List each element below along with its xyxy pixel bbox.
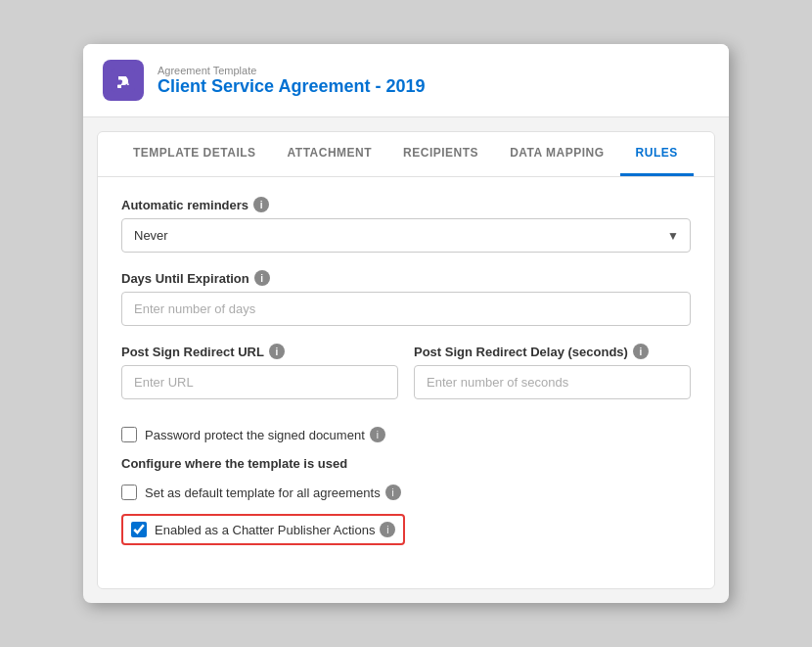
tab-rules[interactable]: RULES	[620, 132, 694, 176]
password-protect-label: Password protect the signed document i	[145, 427, 385, 442]
post-sign-delay-field: Post Sign Redirect Delay (seconds) i	[414, 344, 691, 399]
app-header: Agreement Template Client Service Agreem…	[83, 44, 729, 117]
app-window: Agreement Template Client Service Agreem…	[83, 44, 729, 603]
automatic-reminders-info-icon[interactable]: i	[253, 197, 269, 212]
password-protect-info-icon[interactable]: i	[370, 427, 385, 442]
days-expiration-info-icon[interactable]: i	[254, 270, 270, 286]
days-expiration-label: Days Until Expiration i	[121, 270, 691, 286]
password-protect-checkbox[interactable]	[121, 427, 137, 442]
post-sign-delay-input[interactable]	[414, 365, 691, 399]
post-sign-url-label: Post Sign Redirect URL i	[121, 344, 398, 359]
set-default-info-icon[interactable]: i	[385, 485, 401, 500]
post-sign-row: Post Sign Redirect URL i Post Sign Redir…	[121, 344, 691, 417]
days-expiration-field: Days Until Expiration i	[121, 270, 691, 326]
tab-bar: TEMPLATE DETAILS ATTACHMENT RECIPIENTS D…	[98, 132, 714, 177]
tab-recipients[interactable]: RECIPIENTS	[387, 132, 494, 176]
days-expiration-input[interactable]	[121, 292, 691, 326]
tab-data-mapping[interactable]: DATA MAPPING	[494, 132, 619, 176]
automatic-reminders-label: Automatic reminders i	[121, 197, 691, 212]
post-sign-delay-label: Post Sign Redirect Delay (seconds) i	[414, 344, 691, 359]
set-default-checkbox[interactable]	[121, 485, 137, 500]
app-subtitle: Agreement Template	[158, 65, 425, 76]
configure-section-title: Configure where the template is used	[121, 456, 691, 471]
automatic-reminders-select-wrapper: Never Daily Weekly ▼	[121, 218, 691, 253]
post-sign-url-field: Post Sign Redirect URL i	[121, 344, 398, 399]
chatter-publisher-highlighted-wrapper: Enabled as a Chatter Publisher Actions i	[121, 514, 691, 545]
automatic-reminders-field: Automatic reminders i Never Daily Weekly…	[121, 197, 691, 253]
tab-content: Automatic reminders i Never Daily Weekly…	[98, 177, 714, 565]
record-title: Client Service Agreement - 2019	[158, 76, 425, 97]
tab-template-details[interactable]: TEMPLATE DETAILS	[117, 132, 272, 176]
post-sign-url-input[interactable]	[121, 365, 398, 399]
chatter-publisher-checkbox[interactable]	[131, 522, 147, 537]
chatter-publisher-row: Enabled as a Chatter Publisher Actions i	[121, 514, 405, 545]
set-default-row: Set as default template for all agreemen…	[121, 485, 691, 500]
password-protect-row: Password protect the signed document i	[121, 427, 691, 442]
set-default-label: Set as default template for all agreemen…	[145, 485, 401, 500]
automatic-reminders-select[interactable]: Never Daily Weekly	[121, 218, 691, 253]
post-sign-url-info-icon[interactable]: i	[269, 344, 285, 359]
chatter-publisher-info-icon[interactable]: i	[380, 522, 395, 537]
tab-attachment[interactable]: ATTACHMENT	[272, 132, 388, 176]
post-sign-delay-info-icon[interactable]: i	[633, 344, 649, 359]
main-card: TEMPLATE DETAILS ATTACHMENT RECIPIENTS D…	[97, 131, 715, 589]
header-text-group: Agreement Template Client Service Agreem…	[158, 65, 425, 97]
app-icon	[103, 60, 144, 101]
chatter-publisher-label: Enabled as a Chatter Publisher Actions i	[155, 522, 395, 537]
